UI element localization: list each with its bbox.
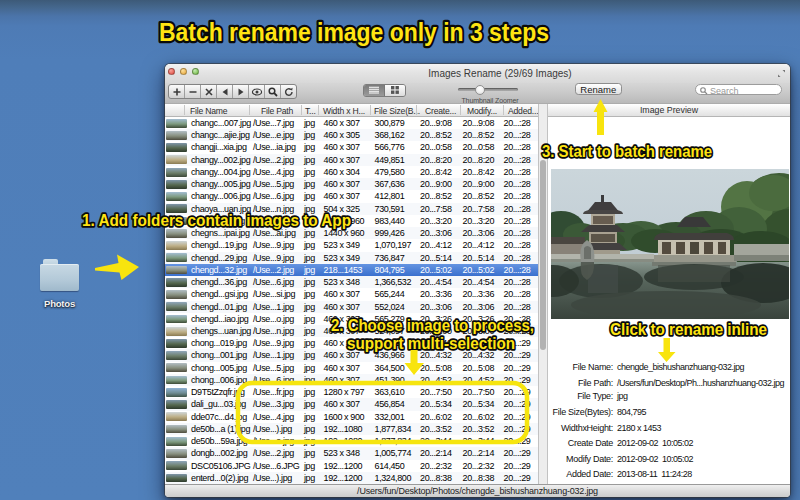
svg-text:3. Start to batch rename: 3. Start to batch rename <box>542 143 712 160</box>
svg-text:support multi-selection: support multi-selection <box>347 334 515 353</box>
svg-text:1. Add folders contain images: 1. Add folders contain images to App <box>82 212 351 229</box>
svg-text:Batch rename image only in 3 s: Batch rename image only in 3 steps <box>159 17 549 47</box>
svg-text:2. Choose image to process,: 2. Choose image to process, <box>331 316 534 335</box>
svg-text:Click to rename inline: Click to rename inline <box>610 321 767 338</box>
